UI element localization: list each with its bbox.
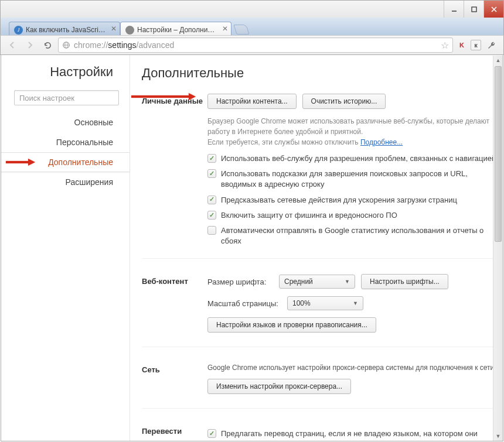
tab-title: Как включить JavaScript в <box>26 26 105 34</box>
tab-favicon <box>125 26 134 35</box>
sidebar-item-label: Персональные <box>56 138 113 147</box>
section-label: Личные данные <box>142 94 207 251</box>
checkbox-label: Предсказывать сетевые действия для ускор… <box>221 195 457 205</box>
url-host: settings <box>108 40 136 50</box>
browser-toolbar: chrome://settings/advanced ☆ K к <box>0 35 504 55</box>
tab-title: Настройки – Дополнитель <box>137 26 217 34</box>
address-bar[interactable]: chrome://settings/advanced ☆ <box>58 37 453 53</box>
content-settings-button[interactable]: Настройки контента... <box>207 94 297 109</box>
browser-tab[interactable]: Настройки – Дополнитель ✕ <box>120 22 231 35</box>
language-settings-button[interactable]: Настройки языков и проверки правописания… <box>207 317 376 333</box>
page-zoom-select[interactable]: 100%▼ <box>287 296 363 310</box>
checkbox-label: Автоматически отправлять в Google статис… <box>221 225 497 246</box>
settings-main: Дополнительные Личные данные Настройки к… <box>130 55 503 441</box>
scroll-up-arrow[interactable]: ▲ <box>493 56 503 65</box>
checkbox-label: Использовать подсказки для завершения по… <box>221 169 497 190</box>
sidebar-item-basic[interactable]: Основные <box>1 112 130 132</box>
select-value: 100% <box>292 299 311 307</box>
page-zoom-label: Масштаб страницы: <box>207 299 281 308</box>
sidebar-item-label: Расширения <box>66 177 113 187</box>
tab-close-icon[interactable]: ✕ <box>222 25 229 32</box>
checkbox-icon <box>207 154 216 163</box>
url-protocol: chrome:// <box>74 40 108 50</box>
section-label: Сеть <box>142 362 207 401</box>
window-titlebar <box>0 0 504 18</box>
sidebar-item-personal[interactable]: Персональные <box>1 132 130 152</box>
checkbox-label: Использовать веб-службу для разрешения п… <box>221 153 496 164</box>
checkbox-usage-stats[interactable]: Автоматически отправлять в Google статис… <box>207 225 497 246</box>
sidebar-item-label: Основные <box>74 118 113 127</box>
bookmark-star-icon[interactable]: ☆ <box>441 40 449 51</box>
font-size-label: Размер шрифта: <box>207 277 273 286</box>
chevron-down-icon: ▼ <box>353 300 358 306</box>
browser-tabstrip: J Как включить JavaScript в ✕ Настройки … <box>0 18 504 35</box>
window-maximize-button[interactable] <box>464 1 483 18</box>
section-translate: Перевести Предлагать перевод страниц, ес… <box>142 424 497 441</box>
section-webcontent: Веб-контент Размер шрифта: Средний▼ Наст… <box>142 274 497 347</box>
wrench-menu-button[interactable] <box>485 38 499 52</box>
proxy-settings-button[interactable]: Изменить настройки прокси-сервера... <box>207 379 351 394</box>
checkbox-label: Предлагать перевод страниц, если я не вл… <box>221 429 497 441</box>
checkbox-suggestions[interactable]: Использовать подсказки для завершения по… <box>207 169 497 190</box>
globe-icon <box>62 41 70 49</box>
section-label: Веб-контент <box>142 274 207 340</box>
checkbox-icon <box>207 429 216 438</box>
settings-search-input[interactable] <box>14 90 119 105</box>
checkbox-phishing[interactable]: Включить защиту от фишинга и вредоносног… <box>207 210 497 221</box>
checkbox-icon <box>207 169 216 178</box>
scrollbar-thumb[interactable] <box>495 66 502 242</box>
checkbox-translate[interactable]: Предлагать перевод страниц, если я не вл… <box>207 429 497 441</box>
sidebar-item-advanced[interactable]: Дополнительные <box>1 152 130 172</box>
settings-search <box>14 90 119 105</box>
forward-button[interactable] <box>23 38 37 52</box>
privacy-description: Браузер Google Chrome может использовать… <box>207 116 497 148</box>
red-arrow-annotation <box>6 158 35 166</box>
learn-more-link[interactable]: Подробнее... <box>360 138 403 146</box>
checkbox-label: Включить защиту от фишинга и вредоносног… <box>221 210 397 221</box>
svg-marker-10 <box>189 93 196 100</box>
svg-rect-1 <box>472 7 476 12</box>
kaspersky-extension-icon[interactable]: K <box>457 40 467 50</box>
window-minimize-button[interactable] <box>444 1 464 18</box>
sidebar-item-label: Дополнительные <box>48 157 113 167</box>
network-description: Google Chrome использует настройки прокс… <box>207 362 497 373</box>
chevron-down-icon: ▼ <box>345 279 350 285</box>
vertical-scrollbar[interactable]: ▲ ▼ <box>493 56 503 441</box>
select-value: Средний <box>284 277 313 286</box>
tab-favicon: J <box>14 26 23 35</box>
customize-fonts-button[interactable]: Настроить шрифты... <box>361 274 448 289</box>
clear-history-button[interactable]: Очистить историю... <box>302 94 386 109</box>
page-content: Настройки Основные Персональные Дополнит… <box>1 55 503 441</box>
checkbox-icon <box>207 226 216 235</box>
checkbox-nav-errors[interactable]: Использовать веб-службу для разрешения п… <box>207 153 497 164</box>
sidebar-item-extensions[interactable]: Расширения <box>1 172 130 192</box>
checkbox-icon <box>207 211 216 220</box>
font-size-select[interactable]: Средний▼ <box>279 275 355 289</box>
checkbox-predict[interactable]: Предсказывать сетевые действия для ускор… <box>207 195 497 205</box>
tab-close-icon[interactable]: ✕ <box>110 25 117 32</box>
scroll-down-arrow[interactable]: ▼ <box>493 431 503 441</box>
section-network: Сеть Google Chrome использует настройки … <box>142 362 497 409</box>
back-button[interactable] <box>5 38 19 52</box>
section-label: Перевести <box>142 424 207 441</box>
new-tab-button[interactable] <box>233 25 250 35</box>
sidebar-title: Настройки <box>1 64 130 90</box>
window-close-button[interactable] <box>483 1 503 18</box>
page-title: Дополнительные <box>142 66 497 81</box>
section-privacy: Личные данные Настройки контента... Очис… <box>142 94 497 259</box>
checkbox-icon <box>207 196 216 204</box>
svg-marker-8 <box>28 159 35 166</box>
url-path: /advanced <box>137 40 175 50</box>
reload-button[interactable] <box>40 38 55 52</box>
settings-sidebar: Настройки Основные Персональные Дополнит… <box>1 55 130 441</box>
browser-tab[interactable]: J Как включить JavaScript в ✕ <box>9 22 120 35</box>
extension-k-icon[interactable]: к <box>471 40 481 50</box>
red-arrow-annotation <box>131 92 196 102</box>
